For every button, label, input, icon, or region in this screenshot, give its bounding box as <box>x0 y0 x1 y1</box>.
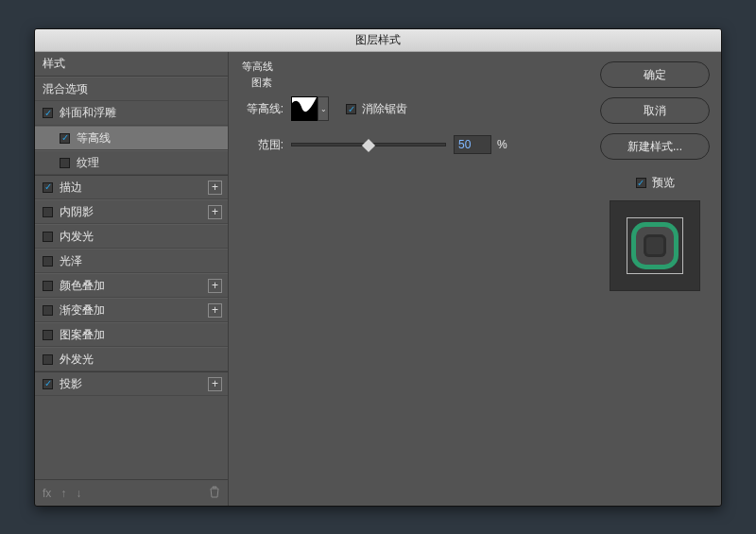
blend-label: 混合选项 <box>43 81 88 97</box>
add-effect-icon[interactable]: + <box>208 181 222 195</box>
layer-style-dialog: 图层样式 样式 混合选项 斜面和浮雕等高线纹理描边+内阴影+内发光光泽颜色叠加+… <box>34 28 722 507</box>
effect-label: 斜面和浮雕 <box>60 105 116 121</box>
preview-check-row: 预览 <box>636 175 675 191</box>
effect-label: 描边 <box>60 180 82 196</box>
contour-dropdown[interactable]: ⌄ <box>318 96 329 121</box>
effect-label: 颜色叠加 <box>60 278 105 294</box>
dialog-content: 样式 混合选项 斜面和浮雕等高线纹理描边+内阴影+内发光光泽颜色叠加+渐变叠加+… <box>35 52 721 506</box>
effect-label: 内阴影 <box>60 204 94 220</box>
dialog-title: 图层样式 <box>355 32 401 48</box>
fx-menu-icon[interactable]: fx <box>43 487 51 500</box>
settings-panel: 等高线 图素 等高线: ⌄ 消除锯齿 范围: % <box>229 52 589 506</box>
section-title: 等高线 <box>242 60 576 74</box>
add-effect-icon[interactable]: + <box>208 279 222 293</box>
style-list: 样式 混合选项 斜面和浮雕等高线纹理描边+内阴影+内发光光泽颜色叠加+渐变叠加+… <box>35 52 228 479</box>
effect-checkbox-satin[interactable] <box>43 256 53 267</box>
effect-row-stroke[interactable]: 描边+ <box>35 175 228 199</box>
effect-label: 等高线 <box>77 130 111 146</box>
effect-checkbox-innerGlow[interactable] <box>43 232 53 242</box>
styles-label: 样式 <box>43 56 65 72</box>
ok-button[interactable]: 确定 <box>600 61 710 88</box>
effect-label: 外发光 <box>60 352 94 368</box>
effect-label: 内发光 <box>60 229 94 245</box>
effect-row-texture[interactable]: 纹理 <box>35 150 228 175</box>
styles-header[interactable]: 样式 <box>35 52 228 77</box>
percent-label: % <box>497 138 507 151</box>
effect-row-satin[interactable]: 光泽 <box>35 249 228 273</box>
effect-checkbox-patternOverlay[interactable] <box>43 330 53 340</box>
effect-row-dropShadow[interactable]: 投影+ <box>35 371 228 396</box>
effect-label: 光泽 <box>60 253 82 269</box>
effect-checkbox-contour[interactable] <box>60 133 70 144</box>
effect-row-contour[interactable]: 等高线 <box>35 126 228 150</box>
contour-row: 等高线: ⌄ 消除锯齿 <box>242 97 576 120</box>
cancel-button[interactable]: 取消 <box>600 97 710 124</box>
move-down-icon[interactable]: ↓ <box>76 487 81 500</box>
effect-row-bevel[interactable]: 斜面和浮雕 <box>35 101 228 126</box>
add-effect-icon[interactable]: + <box>208 377 222 391</box>
effect-checkbox-gradOverlay[interactable] <box>43 305 53 316</box>
antialias-label: 消除锯齿 <box>362 101 407 117</box>
effect-row-outerGlow[interactable]: 外发光 <box>35 347 228 371</box>
effect-row-patternOverlay[interactable]: 图案叠加 <box>35 322 228 347</box>
titlebar: 图层样式 <box>35 29 721 52</box>
effect-checkbox-colorOverlay[interactable] <box>43 281 53 291</box>
move-up-icon[interactable]: ↑ <box>60 487 66 500</box>
effect-checkbox-bevel[interactable] <box>43 108 53 118</box>
slider-thumb[interactable] <box>362 139 375 152</box>
contour-label: 等高线: <box>242 101 284 117</box>
antialias-checkbox[interactable] <box>346 104 356 114</box>
range-row: 范围: % <box>242 133 576 156</box>
range-input[interactable] <box>454 135 491 154</box>
section-subtitle: 图素 <box>251 76 576 90</box>
range-label: 范围: <box>242 137 284 153</box>
effect-row-gradOverlay[interactable]: 渐变叠加+ <box>35 298 228 322</box>
preview-frame <box>627 217 683 274</box>
effect-checkbox-dropShadow[interactable] <box>43 379 53 389</box>
range-slider[interactable] <box>291 143 446 146</box>
add-effect-icon[interactable]: + <box>208 303 222 318</box>
preview-checkbox[interactable] <box>636 178 646 188</box>
left-panel: 样式 混合选项 斜面和浮雕等高线纹理描边+内阴影+内发光光泽颜色叠加+渐变叠加+… <box>35 52 229 506</box>
add-effect-icon[interactable]: + <box>208 205 222 219</box>
effect-checkbox-innerShadow[interactable] <box>43 207 53 217</box>
effect-row-colorOverlay[interactable]: 颜色叠加+ <box>35 273 228 298</box>
effect-checkbox-stroke[interactable] <box>43 182 53 193</box>
effect-checkbox-texture[interactable] <box>60 158 70 168</box>
effect-checkbox-outerGlow[interactable] <box>43 354 53 365</box>
effect-label: 图案叠加 <box>60 327 105 343</box>
left-footer: fx ↑ ↓ <box>35 479 228 506</box>
preview-label: 预览 <box>652 175 675 191</box>
right-panel: 确定 取消 新建样式... 预览 <box>589 52 721 506</box>
effect-row-innerGlow[interactable]: 内发光 <box>35 224 228 249</box>
effect-label: 投影 <box>60 376 82 392</box>
effect-label: 纹理 <box>77 155 99 171</box>
blend-options-row[interactable]: 混合选项 <box>35 77 228 101</box>
effect-row-innerShadow[interactable]: 内阴影+ <box>35 199 228 224</box>
delete-icon[interactable] <box>209 486 220 501</box>
effect-label: 渐变叠加 <box>60 302 105 319</box>
contour-thumbnail[interactable] <box>291 96 318 121</box>
preview-shape <box>636 227 674 265</box>
preview-box <box>610 200 700 291</box>
new-style-button[interactable]: 新建样式... <box>600 133 710 160</box>
